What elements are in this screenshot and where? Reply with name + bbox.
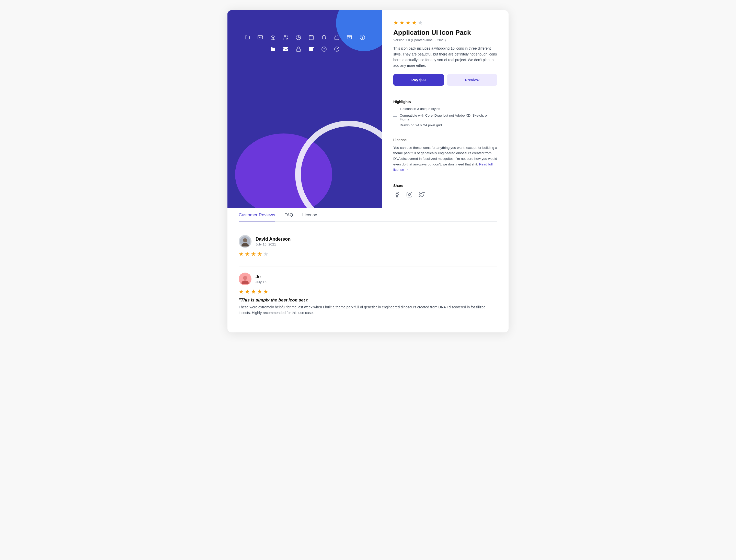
review-stars-1: ★ ★ ★ ★ ★ <box>239 251 497 257</box>
tab-customer-reviews[interactable]: Customer Reviews <box>239 212 275 221</box>
tabs-row: Customer Reviews FAQ License <box>239 208 497 221</box>
review-card-2: Je July 16, ★ ★ ★ ★ ★ "This is simply th… <box>239 266 497 322</box>
product-title: Application UI Icon Pack <box>393 29 497 37</box>
avatar-david <box>239 235 252 248</box>
svg-point-1 <box>284 36 286 37</box>
rev2-star-1: ★ <box>239 288 244 295</box>
highlight-text-2: Compatible with Corel Draw but not Adobe… <box>400 114 497 121</box>
review-stars-2: ★ ★ ★ ★ ★ <box>239 288 497 295</box>
svg-point-18 <box>243 238 247 242</box>
help-icon-2 <box>320 45 328 53</box>
avatar-jen <box>239 273 252 285</box>
product-image <box>228 10 382 208</box>
reviewer-name-2: Je <box>256 274 268 279</box>
svg-point-6 <box>362 38 363 39</box>
license-label: License <box>393 138 497 142</box>
highlight-text-3: Drawn on 24 × 24 pixel grid <box>400 123 442 127</box>
divider-3 <box>393 177 497 177</box>
rev2-star-4: ★ <box>257 288 262 295</box>
dash-icon-3: — <box>393 124 397 128</box>
bg-circle-arch <box>295 121 382 208</box>
rating-stars: ★ ★ ★ ★ ★ <box>393 19 497 26</box>
star-5: ★ <box>418 19 423 26</box>
svg-rect-14 <box>407 192 412 197</box>
license-text: You can use these icons for anything you… <box>393 145 497 173</box>
svg-rect-0 <box>258 36 262 39</box>
rev1-star-4: ★ <box>257 251 262 257</box>
rev2-star-2: ★ <box>245 288 250 295</box>
svg-rect-8 <box>296 49 301 51</box>
highlight-item-3: — Drawn on 24 × 24 pixel grid <box>393 123 497 128</box>
archive-icon-2 <box>307 45 315 53</box>
svg-rect-2 <box>309 36 313 40</box>
archive-icon <box>346 33 354 41</box>
preview-button[interactable]: Preview <box>447 74 497 86</box>
rev2-star-5: ★ <box>263 288 268 295</box>
divider-2 <box>393 133 497 133</box>
reviewer-name-1: David Anderson <box>256 237 291 242</box>
product-description: This icon pack includes a whopping 10 ic… <box>393 46 497 69</box>
mail-icon-2 <box>282 45 290 53</box>
reviewer-date-2: July 16, <box>256 280 268 284</box>
folder-icon-2 <box>269 45 277 53</box>
icon-showcase <box>243 33 367 53</box>
star-2: ★ <box>399 19 404 26</box>
star-3: ★ <box>405 19 411 26</box>
review-card-1: David Anderson July 16, 2021 ★ ★ ★ ★ ★ <box>239 229 497 266</box>
instagram-icon[interactable] <box>405 191 413 198</box>
review-text-2: These were extremely helpful for me last… <box>239 304 497 316</box>
tab-license[interactable]: License <box>302 212 318 221</box>
svg-rect-3 <box>335 37 339 40</box>
svg-point-5 <box>360 35 365 40</box>
rev2-star-3: ★ <box>251 288 256 295</box>
dash-icon-2: — <box>393 114 397 118</box>
rev1-star-5: ★ <box>263 251 268 257</box>
share-label: Share <box>393 184 497 188</box>
lock-icon <box>333 33 341 41</box>
svg-rect-9 <box>309 47 313 48</box>
star-1: ★ <box>393 19 398 26</box>
trash-icon <box>320 33 328 41</box>
highlight-text-1: 10 icons in 3 unique styles <box>400 107 440 111</box>
svg-point-21 <box>243 276 247 280</box>
home-icon <box>269 33 277 41</box>
tabs-divider <box>239 221 497 222</box>
dash-icon-1: — <box>393 107 397 111</box>
rev1-star-3: ★ <box>251 251 256 257</box>
lock-icon-2 <box>295 45 303 53</box>
highlight-item-2: — Compatible with Corel Draw but not Ado… <box>393 114 497 121</box>
svg-point-12 <box>334 47 339 51</box>
twitter-icon[interactable] <box>418 191 425 198</box>
review-quote-2: "This is simply the best icon set t <box>239 298 497 303</box>
facebook-icon[interactable] <box>393 191 401 198</box>
reviews-container: David Anderson July 16, 2021 ★ ★ ★ ★ ★ <box>239 229 497 322</box>
help-icon <box>358 33 367 41</box>
highlights-label: Highlights <box>393 100 497 104</box>
bottom-section: Customer Reviews FAQ License David Ander… <box>228 208 508 332</box>
folder-icon <box>243 33 252 41</box>
product-info-panel: ★ ★ ★ ★ ★ Application UI Icon Pack Versi… <box>382 10 508 208</box>
svg-rect-4 <box>347 36 352 37</box>
svg-point-15 <box>408 194 410 196</box>
star-4: ★ <box>412 19 417 26</box>
mail-icon <box>256 33 264 41</box>
svg-point-10 <box>322 47 326 51</box>
help-icon-3 <box>333 45 341 53</box>
rev1-star-2: ★ <box>245 251 250 257</box>
rev1-star-1: ★ <box>239 251 244 257</box>
users-icon <box>282 33 290 41</box>
svg-point-11 <box>324 50 324 50</box>
pay-button[interactable]: Pay $99 <box>393 74 444 86</box>
highlights-list: — 10 icons in 3 unique styles — Compatib… <box>393 107 497 128</box>
highlight-item-1: — 10 icons in 3 unique styles <box>393 107 497 111</box>
reviewer-date-1: July 16, 2021 <box>256 242 291 246</box>
svg-point-13 <box>337 50 337 50</box>
tab-faq[interactable]: FAQ <box>285 212 293 221</box>
calendar-icon <box>307 33 315 41</box>
pie-icon <box>295 33 303 41</box>
product-version: Version 1.0 (Updated June 5, 2021) <box>393 38 497 42</box>
